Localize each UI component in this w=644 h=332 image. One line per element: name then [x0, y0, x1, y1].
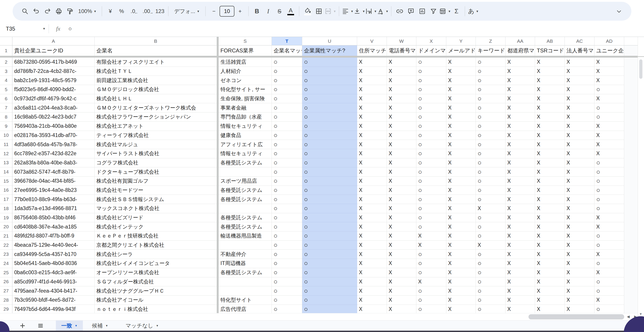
cell-X19[interactable]: ○ [416, 213, 446, 223]
frozen-column-divider[interactable] [217, 286, 219, 296]
increase-font-size-button[interactable]: + [234, 5, 246, 18]
cell-A11[interactable]: 4df3a680-65da-457b-9a78- [12, 140, 94, 149]
cell-AC7[interactable]: X [565, 103, 594, 112]
cell-A3[interactable]: dd786fb7-22ca-4cb2-887c- [12, 67, 94, 76]
cell-AC25[interactable]: X [565, 268, 594, 277]
cell-U15[interactable]: ○ [302, 177, 357, 186]
cell-W5[interactable]: X [387, 85, 416, 94]
header-cell-S[interactable]: FORCAS業界 [219, 45, 272, 56]
cell-S25[interactable]: 各種受託システム [219, 268, 272, 277]
cell-A27[interactable]: 4795aea7-feea-4304-b417- [12, 286, 94, 296]
cell-V28[interactable]: X [357, 296, 387, 305]
sheet-tab-no-match[interactable]: マッチなし▼ [120, 321, 164, 331]
cell-AC29[interactable]: X [565, 305, 594, 313]
column-header-AD[interactable]: AD [594, 37, 624, 45]
cell-B7[interactable]: ＧＭＯクリエイターズネットワーク株式会 [94, 103, 217, 112]
row-header-24[interactable]: 24 [0, 259, 12, 268]
cell-T4[interactable]: ○ [272, 76, 302, 85]
cell-AC19[interactable]: X [565, 213, 594, 223]
cell-U23[interactable]: ○ [302, 250, 357, 259]
row-header-26[interactable]: 26 [0, 277, 12, 287]
row-header-29[interactable]: 29 [0, 305, 12, 313]
cell-U6[interactable]: ○ [302, 94, 357, 103]
cell-AB26[interactable]: X [535, 277, 565, 287]
cell-B4[interactable]: 前田建設工業株式会社 [94, 76, 217, 85]
row-header-7[interactable]: 7 [0, 103, 12, 112]
cell-W28[interactable]: X [387, 296, 416, 305]
cell-S16[interactable]: 各種受託システム [219, 186, 272, 195]
cell-T26[interactable]: ○ [272, 277, 302, 287]
cell-AB3[interactable]: X [535, 67, 565, 76]
cell-Z10[interactable]: ○ [476, 131, 506, 140]
filter-icon[interactable] [428, 5, 439, 18]
cell-AB4[interactable]: X [535, 76, 565, 85]
header-cell-A[interactable]: 貴社企業ユニークID [12, 45, 94, 56]
cell-U9[interactable]: ○ [302, 122, 357, 131]
cell-A18[interactable]: 1da3d57a-e13d-4966-8871 [12, 204, 94, 213]
row-header-21[interactable]: 21 [0, 232, 12, 241]
cell-B28[interactable]: 株式会社アイコール [94, 296, 217, 305]
cell-X12[interactable]: ○ [416, 149, 446, 158]
cell-T6[interactable]: ○ [272, 94, 302, 103]
column-header-Z[interactable]: Z [476, 37, 506, 45]
cell-AA27[interactable]: X [506, 286, 535, 296]
column-header-AC[interactable]: AC [565, 37, 594, 45]
cell-AB22[interactable]: X [535, 241, 565, 250]
cell-AD24[interactable]: ○ [594, 259, 624, 268]
cell-AC6[interactable]: X [565, 94, 594, 103]
cell-W29[interactable]: X [387, 305, 416, 313]
frozen-column-divider[interactable] [217, 241, 219, 250]
cell-W14[interactable]: X [387, 167, 416, 177]
more-toolbar-icon[interactable] [614, 5, 625, 18]
cell-A19[interactable]: 86756408-85b0-43bb-bf46 [12, 213, 94, 223]
cell-X16[interactable]: ○ [416, 186, 446, 195]
cell-X11[interactable]: ○ [416, 140, 446, 149]
cell-U25[interactable]: ○ [302, 268, 357, 277]
cell-AA2[interactable]: X [506, 58, 535, 67]
cell-S10[interactable]: 健康食品 [219, 131, 272, 140]
cell-W23[interactable]: X [387, 250, 416, 259]
cell-X29[interactable]: ○ [416, 305, 446, 313]
functions-button[interactable]: Σ [451, 5, 462, 18]
cell-Z7[interactable]: ○ [476, 103, 506, 112]
cell-B23[interactable]: 株式会社シーラ [94, 250, 217, 259]
cell-T10[interactable]: ○ [272, 131, 302, 140]
cell-Z9[interactable]: ○ [476, 122, 506, 131]
cell-B10[interactable]: ティーライフ株式会社 [94, 131, 217, 140]
cell-AC17[interactable]: X [565, 195, 594, 204]
strikethrough-button[interactable]: S [274, 5, 285, 18]
cell-AD10[interactable]: X [594, 131, 624, 140]
cell-AA6[interactable]: X [506, 94, 535, 103]
cell-AD2[interactable]: X [594, 58, 624, 67]
cell-T20[interactable]: ○ [272, 222, 302, 232]
row-header-16[interactable]: 16 [0, 186, 12, 195]
cell-AC28[interactable]: X [565, 296, 594, 305]
cell-A28[interactable]: 7b3c9590-bfdf-4ee5-8d72- [12, 296, 94, 305]
column-header-B[interactable]: B [94, 37, 217, 45]
cell-U26[interactable]: ○ [302, 277, 357, 287]
cell-W17[interactable]: X [387, 195, 416, 204]
cell-U16[interactable]: ○ [302, 186, 357, 195]
cell-U4[interactable]: ○ [302, 76, 357, 85]
column-header-V[interactable]: V [357, 37, 387, 45]
cell-V9[interactable]: X [357, 122, 387, 131]
cell-X9[interactable]: ○ [416, 122, 446, 131]
cell-S3[interactable]: 人材紹介 [219, 67, 272, 76]
cell-X2[interactable]: ○ [416, 58, 446, 67]
cell-B9[interactable]: 株式会社エアネット [94, 122, 217, 131]
text-rotation-icon[interactable]: ▼ [377, 5, 389, 18]
cell-V3[interactable]: X [357, 67, 387, 76]
cell-W27[interactable]: X [387, 286, 416, 296]
cell-B26[interactable]: ＳＧフィルダー株式会社 [94, 277, 217, 287]
cell-A14[interactable]: 6073a862-5747-4cff-8b79- [12, 167, 94, 177]
frozen-column-divider[interactable] [217, 76, 219, 85]
cell-AB21[interactable]: X [535, 232, 565, 241]
cell-AC14[interactable]: X [565, 167, 594, 177]
cell-V7[interactable]: X [357, 103, 387, 112]
cell-V15[interactable]: X [357, 177, 387, 186]
cell-AD23[interactable]: X [594, 250, 624, 259]
cell-AC10[interactable]: X [565, 131, 594, 140]
cell-A23[interactable]: ca934499-5c5a-4357-b170 [12, 250, 94, 259]
cell-AC8[interactable]: X [565, 112, 594, 122]
cell-T18[interactable]: ○ [272, 204, 302, 213]
